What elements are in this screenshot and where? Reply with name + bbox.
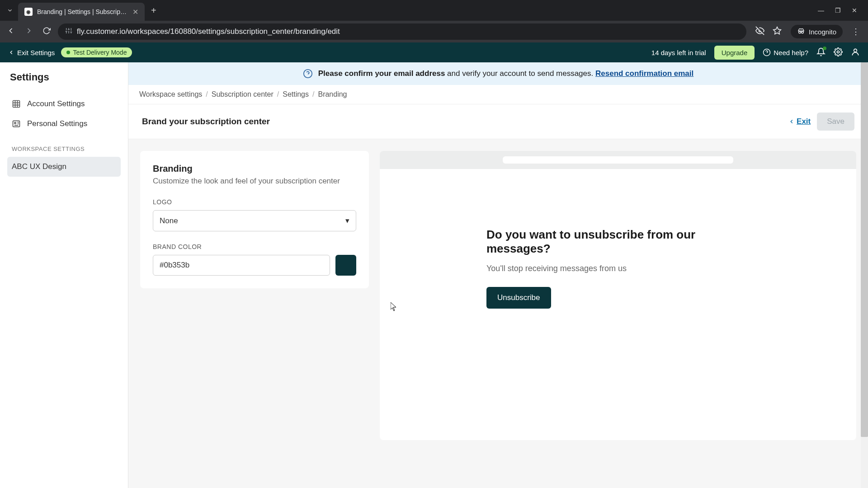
eye-off-icon[interactable] xyxy=(755,26,764,37)
unsubscribe-button[interactable]: Unsubscribe xyxy=(486,287,551,309)
back-button[interactable] xyxy=(5,24,17,39)
content-row: Branding Customize the look and feel of … xyxy=(128,139,868,488)
toolbar: fly.customer.io/workspaces/160880/settin… xyxy=(0,21,868,42)
sidebar-item-label: Account Settings xyxy=(27,99,85,108)
exit-link[interactable]: Exit xyxy=(788,117,811,126)
need-help-link[interactable]: Need help? xyxy=(763,48,808,56)
notifications-icon[interactable] xyxy=(816,47,826,58)
breadcrumb-current: Branding xyxy=(318,90,347,98)
tab-close-icon[interactable]: ✕ xyxy=(132,8,138,16)
branding-card: Branding Customize the look and feel of … xyxy=(140,151,369,288)
logo-select-value: None xyxy=(160,216,178,225)
svg-point-15 xyxy=(837,51,840,53)
minimize-icon[interactable]: — xyxy=(818,7,824,14)
logo-select[interactable]: None ▾ xyxy=(153,210,356,231)
breadcrumb-item[interactable]: Settings xyxy=(283,90,309,98)
brand-color-swatch[interactable] xyxy=(335,255,356,276)
sidebar-item-personal[interactable]: Personal Settings xyxy=(7,114,121,134)
tab-search-dropdown[interactable] xyxy=(4,4,16,17)
svg-rect-17 xyxy=(13,101,20,108)
exit-label: Exit xyxy=(797,117,811,126)
svg-marker-10 xyxy=(774,27,781,34)
svg-point-16 xyxy=(854,49,857,52)
brand-color-input[interactable] xyxy=(153,255,330,276)
site-settings-icon[interactable] xyxy=(65,27,72,37)
preview-subtext: You'll stop receiving messages from us xyxy=(486,264,750,273)
user-avatar-icon[interactable] xyxy=(851,47,860,58)
test-delivery-mode-badge[interactable]: Test Delivery Mode xyxy=(61,47,132,57)
brand-color-row xyxy=(153,255,356,276)
preview-heading: Do you want to unsubscribe from our mess… xyxy=(486,228,750,256)
scrollbar[interactable] xyxy=(861,62,868,488)
settings-gear-icon[interactable] xyxy=(834,47,843,58)
tab-title: Branding | Settings | Subscripti... xyxy=(37,8,128,15)
bookmark-star-icon[interactable] xyxy=(773,26,782,37)
sidebar-item-workspace[interactable]: ABC UX Design xyxy=(7,157,121,177)
breadcrumb: Workspace settings/Subscription center/S… xyxy=(128,85,868,104)
incognito-badge[interactable]: Incognito xyxy=(791,25,843,38)
scrollbar-thumb[interactable] xyxy=(861,62,868,437)
need-help-label: Need help? xyxy=(774,49,808,56)
new-tab-button[interactable]: + xyxy=(146,5,161,16)
sidebar-item-label: Personal Settings xyxy=(27,119,87,128)
address-bar[interactable]: fly.customer.io/workspaces/160880/settin… xyxy=(58,23,746,40)
card-title: Branding xyxy=(153,164,356,174)
sidebar-title: Settings xyxy=(7,71,121,83)
brand-color-label: BRAND COLOR xyxy=(153,243,356,250)
preview-browser-bar xyxy=(380,151,856,169)
forward-button[interactable] xyxy=(23,24,35,39)
close-window-icon[interactable]: ✕ xyxy=(852,7,857,14)
sidebar-section-label: WORKSPACE SETTINGS xyxy=(12,145,121,152)
tab-strip: ◉ Branding | Settings | Subscripti... ✕ … xyxy=(0,0,868,21)
main-area: Please confirm your email address and ve… xyxy=(128,62,868,488)
sidebar-item-account[interactable]: Account Settings xyxy=(7,94,121,114)
svg-point-11 xyxy=(799,31,801,33)
info-icon xyxy=(303,69,313,79)
page-header: Brand your subscription center Exit Save xyxy=(128,104,868,139)
resend-confirmation-link[interactable]: Resend confirmation email xyxy=(595,69,693,78)
save-button[interactable]: Save xyxy=(817,113,854,131)
page-header-actions: Exit Save xyxy=(788,113,854,131)
incognito-label: Incognito xyxy=(809,28,836,36)
preview-content: Do you want to unsubscribe from our mess… xyxy=(380,169,856,336)
chevron-down-icon: ▾ xyxy=(345,216,349,225)
url-actions xyxy=(752,26,785,37)
breadcrumb-item[interactable]: Workspace settings xyxy=(139,90,202,98)
browser-tab[interactable]: ◉ Branding | Settings | Subscripti... ✕ xyxy=(18,3,145,21)
test-mode-label: Test Delivery Mode xyxy=(73,49,127,56)
app-body: Settings Account Settings Personal Setti… xyxy=(0,62,868,488)
status-dot-icon xyxy=(66,51,70,54)
svg-point-12 xyxy=(802,31,804,33)
preview-pane: Do you want to unsubscribe from our mess… xyxy=(380,151,856,440)
browser-menu-icon[interactable]: ⋮ xyxy=(848,27,863,37)
svg-point-23 xyxy=(14,122,16,124)
url-text: fly.customer.io/workspaces/160880/settin… xyxy=(77,27,340,36)
breadcrumb-item[interactable]: Subscription center xyxy=(212,90,274,98)
exit-settings-label: Exit Settings xyxy=(17,49,55,56)
upgrade-button[interactable]: Upgrade xyxy=(714,46,755,60)
banner-rest-text: and verify your account to send messages… xyxy=(445,69,595,78)
reload-button[interactable] xyxy=(41,25,52,39)
preview-url-placeholder xyxy=(503,156,733,164)
tab-favicon-icon: ◉ xyxy=(24,8,33,16)
page-title: Brand your subscription center xyxy=(142,117,270,127)
maximize-icon[interactable]: ❐ xyxy=(835,7,841,14)
trial-days-text: 14 days left in trial xyxy=(651,49,706,56)
notification-dot-icon xyxy=(823,47,826,50)
exit-settings-link[interactable]: Exit Settings xyxy=(8,49,55,56)
sidebar: Settings Account Settings Personal Setti… xyxy=(0,62,128,488)
browser-chrome: ◉ Branding | Settings | Subscripti... ✕ … xyxy=(0,0,868,42)
logo-label: LOGO xyxy=(153,198,356,206)
banner-bold-text: Please confirm your email address xyxy=(318,69,445,78)
card-subtitle: Customize the look and feel of your subs… xyxy=(153,177,356,186)
confirm-email-banner: Please confirm your email address and ve… xyxy=(128,62,868,85)
topbar-right: 14 days left in trial Upgrade Need help? xyxy=(651,46,860,60)
sidebar-item-label: ABC UX Design xyxy=(12,162,66,171)
window-controls: — ❐ ✕ xyxy=(818,7,864,14)
app-topbar: Exit Settings Test Delivery Mode 14 days… xyxy=(0,42,868,62)
